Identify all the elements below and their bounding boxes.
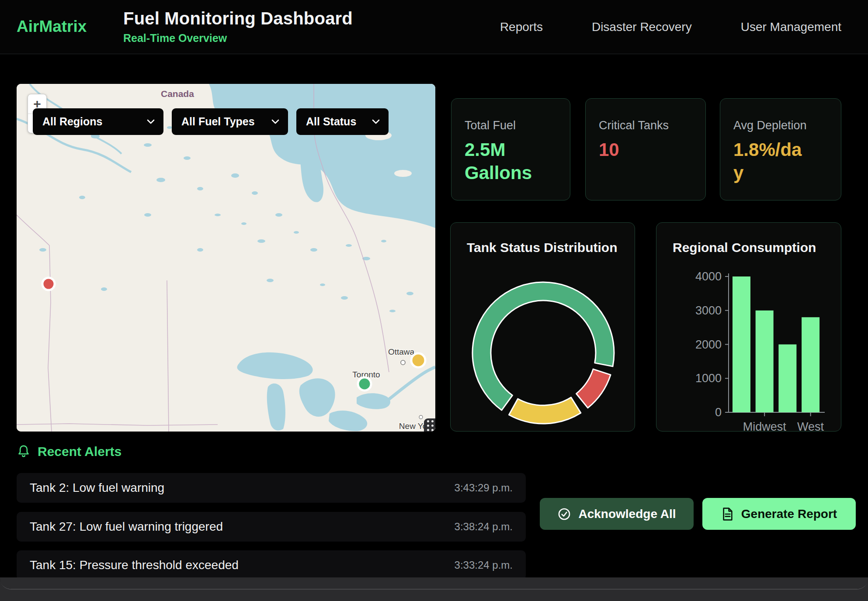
status-filter-dropdown[interactable]: All Status bbox=[296, 108, 389, 135]
map-label-ottawa: Ottawa bbox=[388, 347, 415, 356]
alert-timestamp: 3:33:24 p.m. bbox=[455, 559, 513, 571]
bar-west bbox=[802, 317, 819, 412]
stat-card-total-fuel: Total Fuel 2.5M Gallons bbox=[451, 98, 570, 200]
map-label-canada: Canada bbox=[161, 89, 194, 99]
nav-item-disaster-recovery[interactable]: Disaster Recovery bbox=[592, 20, 692, 34]
fuel-type-filter-value: All Fuel Types bbox=[181, 115, 255, 128]
generate-report-label: Generate Report bbox=[741, 507, 837, 521]
map-marker-normal[interactable] bbox=[358, 377, 371, 390]
page-subtitle: Real-Time Overview bbox=[123, 32, 353, 45]
x-tick-label: West bbox=[797, 420, 824, 432]
stat-label: Avg Depletion bbox=[733, 119, 829, 132]
tank-status-donut-chart bbox=[451, 223, 635, 432]
y-tick-label: 3000 bbox=[695, 304, 722, 317]
bar-south bbox=[778, 345, 796, 413]
map-marker-critical[interactable] bbox=[42, 278, 55, 290]
y-tick-label: 1000 bbox=[695, 372, 722, 385]
brand-logo: AirMatrix bbox=[17, 17, 87, 36]
stat-value: 1.8%/day bbox=[733, 138, 808, 184]
stat-card-critical-tanks: Critical Tanks 10 bbox=[585, 98, 706, 200]
donut-segment-critical bbox=[576, 369, 611, 408]
stat-value: 10 bbox=[599, 138, 673, 162]
bell-icon bbox=[17, 444, 31, 459]
alert-actions: Acknowledge All Generate Report bbox=[540, 498, 856, 530]
recent-alerts-section: Recent Alerts Tank 2: Low fuel warning 3… bbox=[17, 442, 526, 461]
stat-card-avg-depletion: Avg Depletion 1.8%/day bbox=[720, 98, 841, 200]
map-marker-warning[interactable] bbox=[411, 353, 425, 367]
region-filter-dropdown[interactable]: All Regions bbox=[33, 108, 163, 135]
bar-northeast bbox=[733, 276, 750, 412]
alert-text: Tank 15: Pressure threshold exceeded bbox=[30, 558, 239, 572]
bar-midwest bbox=[756, 311, 774, 412]
chevron-down-icon bbox=[271, 119, 279, 124]
document-icon bbox=[721, 507, 734, 521]
y-tick-label: 0 bbox=[715, 406, 722, 419]
title-block: Fuel Monitoring Dashboard Real-Time Over… bbox=[123, 9, 353, 45]
screen: AirMatrix Fuel Monitoring Dashboard Real… bbox=[0, 0, 868, 601]
nav-item-user-management[interactable]: User Management bbox=[741, 20, 841, 34]
recent-alerts-header: Recent Alerts bbox=[17, 442, 526, 461]
chevron-down-icon bbox=[147, 119, 155, 124]
regional-consumption-bar-chart: 01000200030004000MidwestWest bbox=[656, 223, 841, 432]
recent-alerts-title: Recent Alerts bbox=[38, 444, 122, 459]
status-filter-value: All Status bbox=[306, 115, 356, 128]
acknowledge-all-label: Acknowledge All bbox=[578, 507, 676, 521]
bar-chart-card: Regional Consumption 01000200030004000Mi… bbox=[656, 222, 841, 432]
x-tick-label: Midwest bbox=[743, 420, 787, 432]
acknowledge-all-button[interactable]: Acknowledge All bbox=[540, 498, 694, 530]
map-town-dot bbox=[420, 416, 423, 419]
main-nav: Reports Disaster Recovery User Managemen… bbox=[500, 0, 841, 54]
region-filter-value: All Regions bbox=[42, 115, 103, 128]
y-tick-label: 2000 bbox=[695, 338, 722, 351]
donut-segment-warning bbox=[509, 397, 581, 424]
alert-timestamp: 3:43:29 p.m. bbox=[455, 482, 513, 494]
map-panel[interactable]: Canada Ottawa Toronto New York + − All bbox=[17, 84, 435, 432]
stat-label: Total Fuel bbox=[465, 119, 558, 132]
alert-row: Tank 2: Low fuel warning 3:43:29 p.m. bbox=[17, 473, 526, 503]
alert-row: Tank 27: Low fuel warning triggered 3:38… bbox=[17, 512, 526, 542]
map-canvas[interactable]: Canada Ottawa Toronto New York bbox=[17, 84, 435, 432]
page-title: Fuel Monitoring Dashboard bbox=[123, 9, 353, 28]
y-tick-label: 4000 bbox=[695, 270, 722, 283]
nav-item-reports[interactable]: Reports bbox=[500, 20, 543, 34]
alert-text: Tank 2: Low fuel warning bbox=[30, 481, 164, 495]
stat-value: 2.5M Gallons bbox=[465, 138, 539, 184]
header: AirMatrix Fuel Monitoring Dashboard Real… bbox=[0, 0, 868, 54]
map-filters: All Regions All Fuel Types All Status bbox=[33, 108, 389, 135]
fuel-type-filter-dropdown[interactable]: All Fuel Types bbox=[172, 108, 288, 135]
map-town-dot bbox=[401, 361, 405, 365]
alert-text: Tank 27: Low fuel warning triggered bbox=[30, 520, 223, 534]
donut-chart-card: Tank Status Distribution bbox=[450, 222, 635, 432]
alert-row: Tank 15: Pressure threshold exceeded 3:3… bbox=[17, 550, 526, 580]
chevron-down-icon bbox=[372, 119, 380, 124]
app-window: AirMatrix Fuel Monitoring Dashboard Real… bbox=[0, 0, 868, 590]
alert-timestamp: 3:38:24 p.m. bbox=[455, 521, 513, 533]
map-attribution-button[interactable] bbox=[424, 418, 435, 432]
map-island bbox=[394, 170, 412, 177]
generate-report-button[interactable]: Generate Report bbox=[702, 498, 856, 530]
window-bottom-strip bbox=[0, 577, 868, 589]
stat-label: Critical Tanks bbox=[599, 119, 693, 132]
check-circle-icon bbox=[557, 507, 571, 521]
